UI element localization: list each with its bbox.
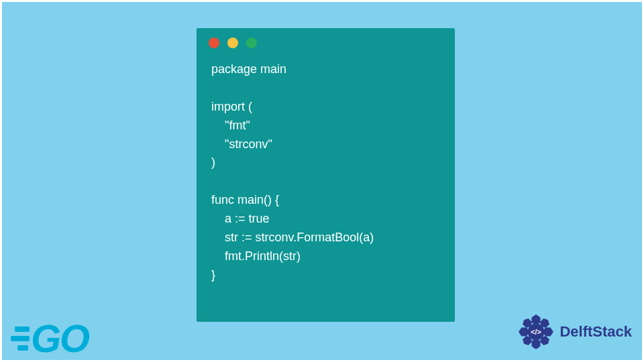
- code-line: a := true: [211, 212, 270, 225]
- code-line: ): [211, 156, 215, 169]
- go-speed-lines-icon: [8, 326, 30, 351]
- code-line: str := strconv.FormatBool(a): [211, 231, 374, 244]
- delftstack-badge-icon: </>: [518, 314, 554, 350]
- code-line: }: [211, 268, 215, 282]
- close-icon: [209, 38, 219, 48]
- code-line: fmt.Println(str): [211, 249, 301, 263]
- delftstack-brand-text: DelftStack: [559, 323, 632, 341]
- go-logo: GO: [8, 319, 89, 358]
- code-body: package main import ( "fmt" "strconv" ) …: [197, 48, 455, 285]
- go-logo-text: GO: [31, 319, 89, 358]
- maximize-icon: [246, 38, 257, 48]
- code-line: import (: [211, 100, 252, 113]
- minimize-icon: [227, 38, 238, 48]
- code-window: package main import ( "fmt" "strconv" ) …: [197, 28, 455, 322]
- code-line: func main() {: [211, 193, 279, 206]
- code-line: package main: [211, 62, 286, 76]
- code-line: "strconv": [211, 137, 272, 151]
- delftstack-logo: </> DelftStack: [518, 314, 632, 350]
- code-line: "fmt": [211, 119, 250, 132]
- window-traffic-lights: [197, 28, 455, 48]
- svg-text:</>: </>: [531, 328, 542, 336]
